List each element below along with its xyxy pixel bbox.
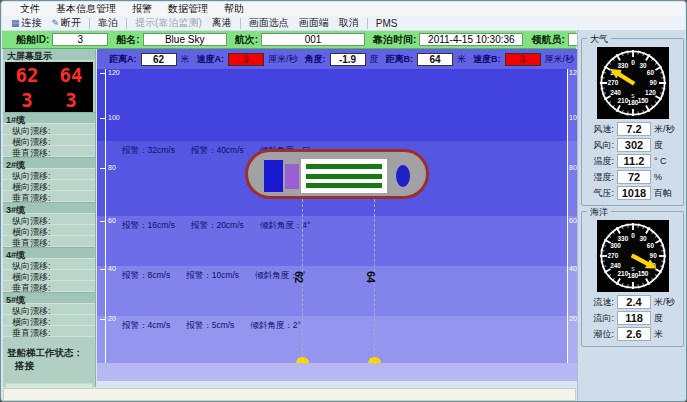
distance-b-label: 距离B: (386, 53, 414, 66)
current-direction-gauge: 0306090120150180210240270300330 S (597, 220, 669, 292)
current-speed-row: 流速: 2.4 米/秒 (585, 295, 680, 309)
pms-button[interactable]: PMS (371, 17, 403, 30)
svg-text:180: 180 (627, 99, 638, 106)
menu-basic-info[interactable]: 基本信息管理 (48, 2, 124, 16)
cable-3-header: 3#缆 (3, 202, 95, 214)
gangway-status-value: 搭接 (15, 360, 34, 371)
tide-level-row: 潮位: 2.6 米 (585, 327, 680, 341)
cancel-button[interactable]: 取消 (334, 17, 364, 30)
distance-a-label: 距离A: (109, 53, 137, 66)
cable-2-header: 2#缆 (3, 157, 95, 169)
menu-data-mgmt[interactable]: 数据管理 (160, 2, 216, 16)
gangway-status-label: 登船梯工作状态： (7, 347, 83, 358)
cable-1-vertical-drift: 垂直漂移: (3, 146, 95, 157)
berthing-monitor-area: 距离A: 62 米 速度A: 3 厘米/秒 角度: -1.9 度 距离B: 64… (97, 49, 577, 387)
wind-direction-unit: 度 (654, 139, 680, 152)
axis-tick-label: 100 (108, 114, 120, 122)
ship-bridge-block (264, 160, 283, 192)
axis-tick (100, 319, 105, 320)
alarm-threshold-row: 报警：8cm/s报警：10cm/s倾斜角度：3° (122, 270, 322, 282)
cable-3-vertical-drift: 垂直漂移: (3, 236, 95, 247)
led-distance-b: 64 (60, 65, 83, 85)
axis-tick-label: 60 (108, 217, 116, 225)
speed-b-label: 速度B: (473, 53, 501, 66)
ship-name-field[interactable] (143, 33, 227, 46)
mooring-line-b-distance: 64 (365, 271, 377, 283)
disconnect-button[interactable]: ✎ 断开 (47, 17, 87, 30)
screen-end-button[interactable]: 画面端 (294, 17, 334, 30)
temperature-label: 温度: (585, 155, 614, 168)
cable-sidebar: 大屏幕显示 62 64 3 3 1#缆 纵向漂移: 横向漂移: 垂直漂移: 2#… (3, 49, 96, 387)
alarm-a-threshold: 报警：32cm/s (122, 145, 175, 155)
cargo-stripe (306, 183, 382, 188)
svg-text:0: 0 (631, 232, 635, 239)
menu-help[interactable]: 帮助 (216, 2, 252, 16)
svg-text:240: 240 (610, 262, 621, 269)
axis-tick (100, 73, 105, 74)
current-direction-value: 118 (617, 311, 651, 325)
temperature-unit: ° C (654, 156, 680, 166)
depart-button[interactable]: 离港 (207, 17, 237, 30)
quay-strip (97, 363, 577, 381)
wind-speed-value: 7.2 (617, 122, 651, 136)
berth-button[interactable]: 靠泊 (93, 17, 123, 30)
tilt-angle-threshold: 倾斜角度：2° (250, 320, 301, 330)
atmosphere-groupbox: 大气 0306090120150180210240270300330 S 风速:… (581, 38, 684, 206)
led-speed-a: 3 (21, 90, 32, 110)
svg-text:150: 150 (637, 97, 648, 104)
connect-label: 连接 (22, 16, 42, 30)
current-direction-row: 流向: 118 度 (585, 311, 680, 325)
svg-text:270: 270 (607, 252, 618, 259)
berth-time-label: 靠泊时间: (373, 33, 416, 47)
alarm-a-threshold: 报警：8cm/s (122, 270, 170, 280)
humidity-label: 湿度: (585, 171, 614, 184)
left-axis (105, 69, 106, 363)
axis-tick (100, 168, 105, 169)
cable-4-lateral-drift: 横向漂移: (3, 270, 95, 281)
svg-text:210: 210 (617, 97, 628, 104)
axis-tick-label: 20 (569, 315, 577, 323)
cable-2-longitudinal-drift: 纵向漂移: (3, 169, 95, 180)
cargo-stripe (306, 164, 382, 169)
ship-cargo-hold (301, 159, 387, 193)
cable-4-vertical-drift: 垂直漂移: (3, 281, 95, 292)
angle-group: 角度: -1.9 度 (305, 53, 379, 66)
distance-b-value: 64 (417, 53, 453, 66)
toolbar-separator (126, 18, 127, 29)
toolbar-separator (240, 18, 241, 29)
berth-time-field[interactable] (419, 33, 523, 46)
menu-file[interactable]: 文件 (12, 2, 48, 16)
cargo-stripe (306, 174, 382, 179)
screen-pick-button[interactable]: 画面选点 (244, 17, 294, 30)
wind-speed-row: 风速: 7.2 米/秒 (585, 122, 680, 136)
angle-label: 角度: (305, 53, 326, 66)
humidity-unit: % (654, 172, 680, 182)
mooring-line-a-distance: 62 (293, 271, 305, 283)
led-distance-row: 62 64 (5, 65, 93, 85)
distance-a-group: 距离A: 62 米 (109, 53, 190, 66)
wind-speed-label: 风速: (585, 123, 614, 136)
distance-a-value: 62 (141, 53, 177, 66)
distance-plot: 120 100 80 60 40 20 120 100 80 60 40 20 … (97, 69, 577, 363)
angle-value: -1.9 (330, 53, 366, 66)
svg-text:30: 30 (639, 235, 647, 242)
connect-button[interactable]: ▦ 连接 (6, 17, 47, 30)
menu-alarm[interactable]: 报警 (124, 2, 160, 16)
pilot-label: 领航员: (531, 33, 564, 47)
gangway-status-row: 登船梯工作状态：搭接 (3, 347, 95, 373)
voyage-info-bar: 船舶ID: 船名: 航次: 靠泊时间: 领航员: (2, 31, 576, 49)
alarm-threshold-row: 报警：4cm/s报警：5cm/s倾斜角度：2° (122, 320, 317, 332)
environment-panel: 大气 0306090120150180210240270300330 S 风速:… (577, 30, 687, 401)
plot-band (97, 69, 577, 141)
speed-b-unit: 厘米/秒 (545, 53, 575, 66)
svg-text:330: 330 (617, 235, 628, 242)
svg-text:30: 30 (639, 62, 647, 69)
alarm-threshold-row: 报警：16cm/s报警：20cm/s倾斜角度：4° (122, 220, 326, 232)
ship-id-field[interactable] (52, 33, 108, 46)
cable-5-header: 5#缆 (3, 292, 95, 304)
voyage-field[interactable] (261, 33, 365, 46)
wind-direction-value: 302 (617, 138, 651, 152)
axis-tick-label: 20 (108, 315, 116, 323)
distance-a-unit: 米 (181, 53, 190, 66)
svg-text:150: 150 (637, 270, 648, 277)
